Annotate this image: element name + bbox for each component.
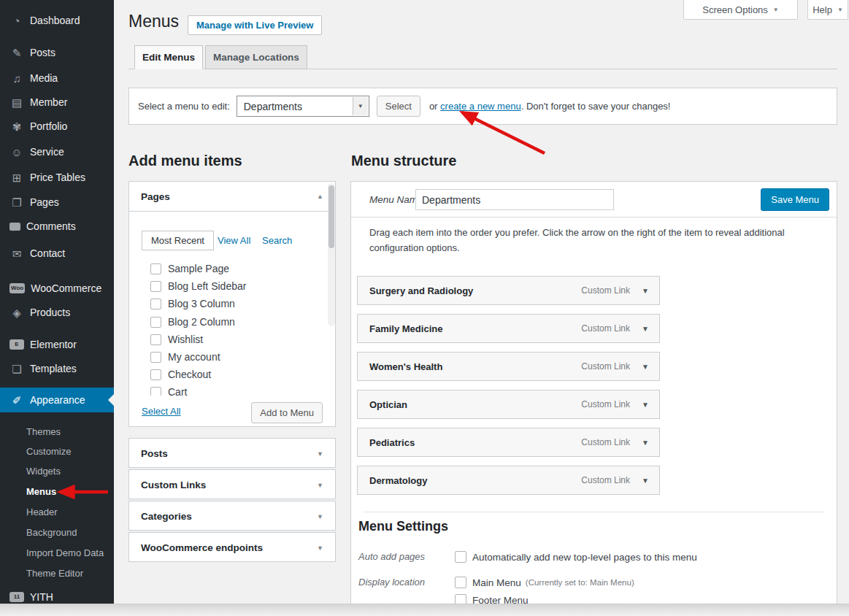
display-location-label: Display location [358, 577, 425, 588]
screen-options-label: Screen Options [702, 4, 768, 15]
sidebar-sub-theme-editor[interactable]: Theme Editor [0, 563, 114, 582]
auto-add-checkbox[interactable] [455, 551, 466, 563]
sidebar-item-price-tables[interactable]: ⊞ Price Tables [0, 165, 114, 190]
accordion-header[interactable]: WooCommerce endpoints ▼ [129, 533, 335, 563]
sidebar-sub-customize[interactable]: Customize [0, 442, 114, 461]
sidebar-item-comments[interactable]: Comments [0, 214, 114, 239]
sidebar-item-products[interactable]: ◈ Products [0, 300, 114, 325]
expand-down-icon[interactable]: ▼ [642, 287, 649, 295]
sidebar-sub-widgets[interactable]: Widgets [0, 461, 114, 480]
sidebar-sub-header[interactable]: Header [0, 502, 114, 521]
expand-down-icon[interactable]: ▼ [317, 482, 323, 489]
save-menu-button[interactable]: Save Menu [761, 188, 829, 211]
create-a-new-menu-link[interactable]: create a new menu [440, 101, 521, 112]
tab-manage-locations[interactable]: Manage Locations [205, 45, 307, 69]
sidebar-item-woocommerce[interactable]: Woo WooCommerce [0, 276, 114, 301]
scrollbar-thumb[interactable] [329, 185, 334, 248]
accordion-woocommerce-endpoints: WooCommerce endpoints ▼ [128, 532, 336, 562]
expand-down-icon[interactable]: ▼ [642, 363, 649, 371]
manage-live-preview-button[interactable]: Manage with Live Preview [188, 15, 322, 35]
sidebar-sub-menus[interactable]: Menus [0, 482, 114, 501]
auto-add-pages-label: Auto add pages [358, 551, 425, 562]
sidebar-sub-background[interactable]: Background [0, 523, 114, 542]
select-all-link[interactable]: Select All [142, 406, 180, 417]
sidebar-item-posts[interactable]: ✎ Posts [0, 40, 114, 65]
scrollbar[interactable] [328, 183, 335, 326]
sidebar-item-pages[interactable]: ❐ Pages [0, 190, 114, 215]
help-button[interactable]: Help ▼ [807, 0, 848, 20]
menu-select[interactable]: Departments ▼ [237, 96, 369, 117]
page-checklist-item: Wishlist [142, 331, 203, 348]
menu-item-row[interactable]: Pediatrics Custom Link ▼ [357, 428, 660, 457]
sidebar-item-elementor[interactable]: E Elementor [0, 332, 114, 357]
collapse-up-icon[interactable]: ▲ [317, 193, 323, 200]
pages-panel-header[interactable]: Pages ▲ [129, 182, 335, 212]
menu-item-row[interactable]: Dermatology Custom Link ▼ [357, 466, 660, 495]
page-checklist-item: Blog 3 Column [142, 295, 235, 312]
select-menu-bar: Select a menu to edit: Departments ▼ Sel… [128, 88, 837, 125]
tab-view-all[interactable]: View All [218, 235, 250, 246]
menu-name-input[interactable] [415, 189, 614, 210]
sidebar-item-service[interactable]: ☺ Service [0, 139, 114, 164]
sidebar-item-media[interactable]: ♫ Media [0, 66, 114, 91]
sidebar-item-dashboard[interactable]: ◔ Dashboard [0, 8, 114, 33]
accordion-header[interactable]: Categories ▼ [129, 501, 335, 531]
id-card-icon: ▤ [9, 97, 24, 108]
sidebar-item-templates[interactable]: ❏ Templates [0, 356, 114, 381]
window-bottom-edge [0, 604, 849, 616]
pages-checklist: Sample Page Blog Left Sidebar Blog 3 Col… [142, 250, 324, 396]
comment-bubble-icon [9, 223, 20, 231]
menu-item-row[interactable]: Family Medicine Custom Link ▼ [357, 314, 660, 343]
page-title: Menus [128, 12, 179, 31]
sidebar-sub-themes[interactable]: Themes [0, 422, 114, 441]
menu-item-row[interactable]: Surgery and Radiology Custom Link ▼ [357, 276, 660, 305]
menu-item-row[interactable]: Women's Health Custom Link ▼ [357, 352, 660, 381]
accordion-custom-links: Custom Links ▼ [128, 469, 336, 499]
tab-edit-menus[interactable]: Edit Menus [134, 45, 203, 69]
menu-structure-heading: Menu structure [351, 153, 456, 169]
sidebar-item-member[interactable]: ▤ Member [0, 90, 114, 115]
page-checklist-item: Cart [142, 383, 187, 396]
save-reminder-text: . Don't forget to save your changes! [521, 101, 671, 112]
expand-down-icon[interactable]: ▼ [317, 450, 323, 458]
menu-structure-panel: Menu Name Save Menu Drag each item into … [350, 181, 837, 616]
menu-settings-heading: Menu Settings [358, 519, 448, 534]
expand-down-icon[interactable]: ▼ [317, 544, 323, 552]
award-ribbon-icon: ✾ [9, 121, 24, 132]
expand-down-icon[interactable]: ▼ [642, 477, 649, 485]
menu-item-row[interactable]: Optician Custom Link ▼ [357, 390, 660, 419]
tab-most-recent[interactable]: Most Recent [142, 231, 214, 250]
checkbox[interactable] [150, 352, 161, 363]
admin-sidebar: ◔ Dashboard ✎ Posts ♫ Media ▤ Member ✾ P… [0, 0, 114, 616]
checkbox[interactable] [150, 317, 161, 328]
expand-down-icon[interactable]: ▼ [642, 439, 649, 447]
checkbox[interactable] [150, 334, 161, 345]
or-text: or [429, 101, 438, 112]
screen-options-button[interactable]: Screen Options ▼ [683, 0, 798, 20]
sidebar-sub-import-demo-data[interactable]: Import Demo Data [0, 543, 114, 562]
accordion-header[interactable]: Custom Links ▼ [129, 470, 335, 500]
expand-down-icon[interactable]: ▼ [642, 325, 649, 333]
page-checklist-item: Blog Left Sidebar [142, 277, 246, 295]
select-button[interactable]: Select [377, 96, 420, 117]
sidebar-item-portfolio[interactable]: ✾ Portfolio [0, 114, 114, 139]
settings-divider [363, 512, 825, 512]
checkbox[interactable] [150, 281, 161, 292]
add-menu-items-heading: Add menu items [128, 153, 242, 169]
sidebar-item-appearance[interactable]: ✐ Appearance [0, 388, 114, 412]
page-checklist-item: Sample Page [142, 260, 229, 277]
accordion-categories: Categories ▼ [128, 501, 336, 531]
accordion-header[interactable]: Posts ▼ [129, 439, 335, 469]
checkbox[interactable] [150, 263, 161, 274]
tab-search[interactable]: Search [262, 235, 292, 246]
sidebar-item-contact[interactable]: ✉ Contact [0, 241, 114, 266]
expand-down-icon[interactable]: ▼ [642, 401, 649, 409]
help-label: Help [812, 4, 832, 15]
checkbox[interactable] [150, 369, 161, 380]
location-checkbox[interactable] [455, 577, 466, 588]
auto-add-pages-row: Automatically add new top-level pages to… [455, 550, 697, 564]
checkbox[interactable] [150, 387, 161, 396]
checkbox[interactable] [150, 299, 161, 309]
expand-down-icon[interactable]: ▼ [317, 513, 323, 520]
add-to-menu-button[interactable]: Add to Menu [251, 402, 323, 423]
